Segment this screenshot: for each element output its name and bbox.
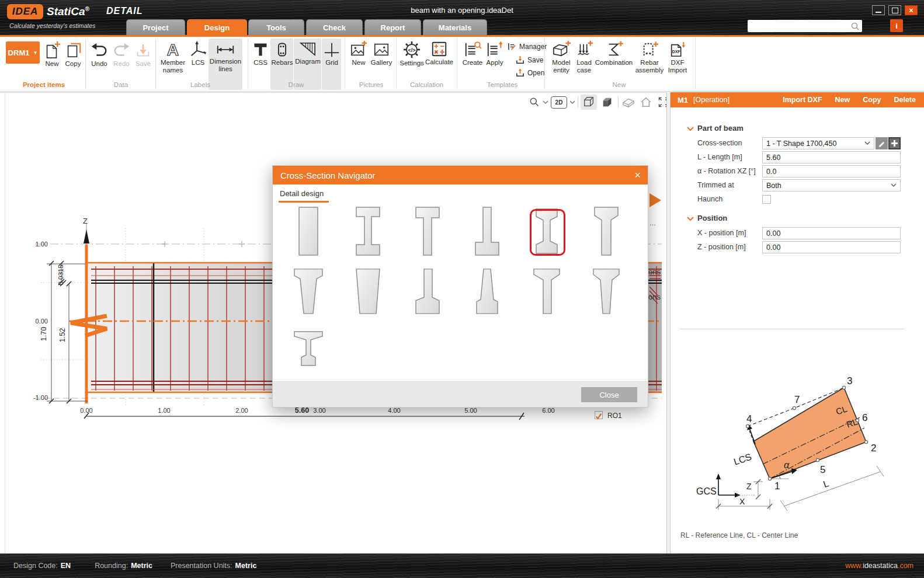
tab-design[interactable]: Design xyxy=(187,19,247,35)
units-label: Presentation Units: xyxy=(171,562,232,570)
model-entity-button[interactable]: Model entity xyxy=(548,41,575,74)
load-case-button[interactable]: Load case xyxy=(573,41,595,74)
home-view-icon[interactable] xyxy=(638,96,654,108)
rebars-button[interactable]: Rebars xyxy=(271,41,293,67)
template-create-button[interactable]: Create xyxy=(461,41,484,67)
shape-t-flange-taper[interactable] xyxy=(528,268,565,315)
undo-button[interactable]: Undo xyxy=(89,42,110,68)
shape-t-tapered[interactable] xyxy=(588,206,625,256)
shape-t-flange-web-taper[interactable] xyxy=(588,268,625,315)
new-project-item-button[interactable]: New xyxy=(42,41,62,68)
tab-materials[interactable]: Materials xyxy=(423,19,487,35)
rotation-input[interactable] xyxy=(762,165,901,177)
tab-check[interactable]: Check xyxy=(306,19,363,35)
dialog-titlebar[interactable]: Cross-Section Navigator × xyxy=(273,166,648,184)
edit-cross-section-button[interactable] xyxy=(876,137,888,149)
haunch-checkbox[interactable] xyxy=(762,195,771,204)
group-separator xyxy=(457,39,457,89)
shape-rectangle[interactable] xyxy=(290,206,327,256)
add-cross-section-button[interactable] xyxy=(888,137,901,149)
rebar-assembly-button[interactable]: Rebar assembly xyxy=(634,41,665,74)
shape-trapezoid[interactable] xyxy=(349,268,387,315)
view-2d-button[interactable]: 2D xyxy=(551,96,567,109)
cross-section-select[interactable]: 1 - T Shape 1700,450 xyxy=(762,137,874,149)
x-position-input[interactable] xyxy=(762,227,901,239)
copy-operation-button[interactable]: Copy xyxy=(863,96,881,104)
info-button[interactable]: i xyxy=(890,19,903,32)
tab-report[interactable]: Report xyxy=(364,19,421,35)
shape-inverted-t[interactable] xyxy=(468,206,506,256)
grid-button[interactable]: Grid xyxy=(322,41,341,67)
template-search-icon xyxy=(463,41,482,58)
new-operation-button[interactable]: New xyxy=(835,96,850,104)
x-axis-label: 6.00 xyxy=(539,407,558,414)
gallery-button[interactable]: Gallery xyxy=(369,41,394,67)
diagram-z-label: Z xyxy=(746,482,752,491)
maximize-button[interactable] xyxy=(888,5,901,15)
wireframe-view-icon[interactable] xyxy=(581,95,597,110)
dimension-lines-button[interactable]: Dimension lines xyxy=(209,41,242,73)
zoom-dropdown-icon[interactable] xyxy=(543,100,548,105)
shape-a-tapered[interactable] xyxy=(468,268,506,315)
rotation-label: α - Rotation XZ [°] xyxy=(697,167,756,175)
chevron-down-icon: ▼ xyxy=(33,50,37,55)
lcs-button[interactable]: LCS xyxy=(189,41,207,67)
letter-a-outline-icon: A xyxy=(164,41,182,58)
x-axis-label: 1.00 xyxy=(154,407,174,414)
drm1-selector[interactable]: DRM1 ▼ xyxy=(6,41,40,64)
dxf-import-button[interactable]: DXF DXF Import xyxy=(665,41,690,74)
template-save-button[interactable]: Save xyxy=(516,55,543,64)
dialog-close-button[interactable]: Close xyxy=(581,387,637,402)
length-label: L - Length [m] xyxy=(697,153,742,161)
ro1-checkbox[interactable] xyxy=(595,411,603,419)
shape-t-taper-web[interactable] xyxy=(290,268,327,315)
fit-view-icon[interactable] xyxy=(656,96,666,108)
combination-button[interactable]: Combination xyxy=(595,41,633,67)
trimmed-at-select[interactable]: Both xyxy=(762,179,901,191)
view-dropdown-icon[interactable] xyxy=(569,100,575,105)
website-link[interactable]: www.ideastatica.com xyxy=(845,562,913,570)
minimize-button[interactable] xyxy=(872,5,885,15)
dialog-tab-detail-design[interactable]: Detail design xyxy=(280,189,324,198)
member-names-button[interactable]: A Member names xyxy=(158,41,188,74)
panel-splitter[interactable] xyxy=(666,92,671,553)
operation-id: M1 xyxy=(678,96,688,105)
import-dxf-button[interactable]: Import DXF xyxy=(783,96,822,104)
dialog-close-icon[interactable]: × xyxy=(634,170,641,180)
delete-operation-button[interactable]: Delete xyxy=(894,96,916,104)
picture-new-button[interactable]: New xyxy=(349,41,369,67)
section-chevron-icon[interactable] xyxy=(687,216,694,221)
solid-view-icon[interactable] xyxy=(599,95,616,110)
flyout-arrow-icon xyxy=(649,193,661,207)
shape-bulb-t[interactable] xyxy=(292,330,325,367)
z-position-input[interactable] xyxy=(762,241,901,253)
search-input[interactable] xyxy=(751,20,850,32)
shape-i-section[interactable] xyxy=(349,206,387,256)
length-input[interactable] xyxy=(762,151,901,163)
shape-inverted-t-tapered[interactable] xyxy=(409,268,446,315)
clip-view-icon[interactable] xyxy=(621,96,636,108)
search-box xyxy=(748,20,862,32)
diagram-button[interactable]: Diagram xyxy=(294,41,321,65)
status-bar: Design Code: EN Rounding: Metric Present… xyxy=(0,553,924,578)
hatched-diagram-icon xyxy=(299,41,317,57)
tab-tools[interactable]: Tools xyxy=(248,19,304,35)
x-position-label: X - position [m] xyxy=(697,229,746,237)
shape-t-section[interactable] xyxy=(409,206,446,256)
template-open-button[interactable]: Open xyxy=(516,68,544,77)
diagram-point-label: 2 xyxy=(871,443,876,454)
template-apply-button[interactable]: Apply xyxy=(484,41,505,67)
section-chevron-icon[interactable] xyxy=(687,126,694,131)
close-button[interactable]: × xyxy=(905,5,918,15)
x-axis-label: 4.00 xyxy=(384,407,404,414)
calculate-button[interactable]: Calculate xyxy=(426,40,453,66)
settings-button[interactable]: </> Settings xyxy=(399,40,425,67)
template-manager-button[interactable]: Manager xyxy=(508,42,547,51)
redo-button[interactable]: Redo xyxy=(111,42,132,68)
save-button[interactable]: Save xyxy=(133,42,154,68)
copy-project-item-button[interactable]: Copy xyxy=(63,41,83,68)
zoom-tool-icon[interactable] xyxy=(529,96,540,108)
canvas-toolbar: 2D xyxy=(529,95,666,110)
tab-project[interactable]: Project xyxy=(126,19,185,35)
css-button[interactable]: CSS xyxy=(251,41,270,67)
